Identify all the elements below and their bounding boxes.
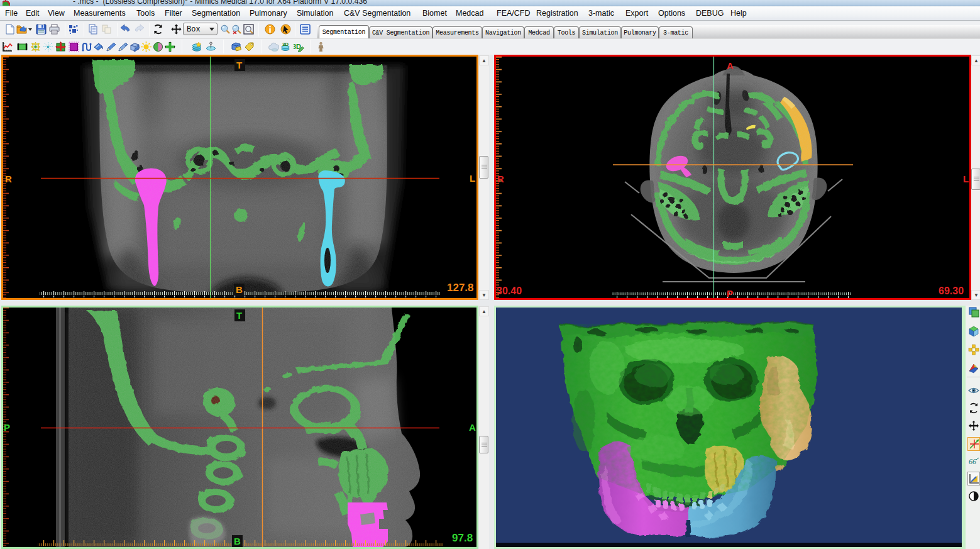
- svg-text:T: T: [236, 310, 242, 321]
- svg-text:L: L: [963, 174, 969, 184]
- svg-text:30.40: 30.40: [497, 286, 522, 296]
- svg-text:66: 66: [969, 457, 976, 466]
- svg-text:A: A: [727, 60, 734, 71]
- svg-text:97.8: 97.8: [452, 532, 473, 544]
- svg-text:69.30: 69.30: [939, 286, 964, 296]
- svg-text:P: P: [727, 288, 733, 298]
- svg-text:B: B: [236, 284, 243, 295]
- svg-text:R: R: [5, 174, 12, 184]
- svg-text:A: A: [469, 422, 476, 433]
- svg-text:B: B: [234, 536, 241, 546]
- svg-text:P: P: [4, 422, 10, 433]
- svg-text:L: L: [470, 173, 475, 184]
- svg-text:T: T: [236, 60, 242, 70]
- svg-text:127.8: 127.8: [447, 282, 474, 294]
- svg-text:3D: 3D: [282, 42, 289, 47]
- svg-text:R: R: [497, 174, 504, 184]
